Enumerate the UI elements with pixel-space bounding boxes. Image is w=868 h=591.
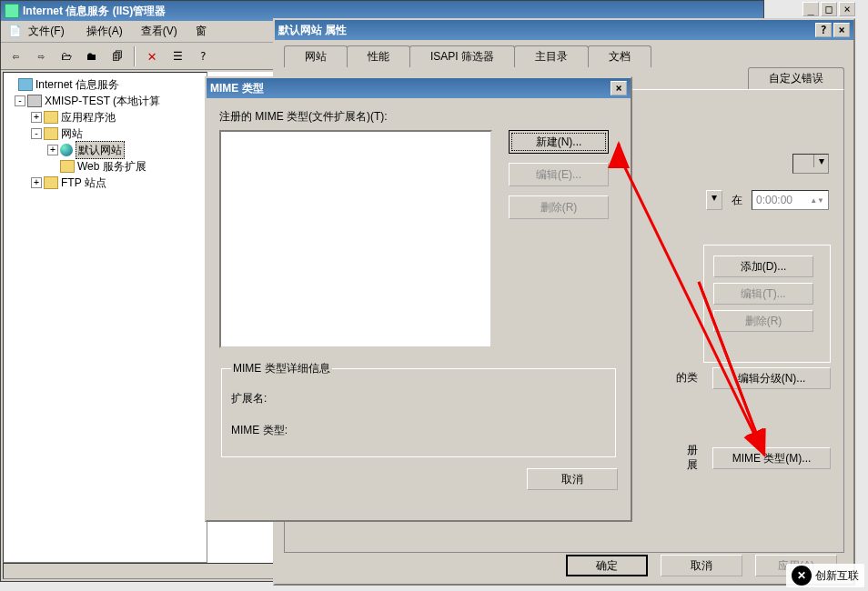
- mime-types-dialog: MIME 类型 × 注册的 MIME 类型(文件扩展名)(T): 新建(N)..…: [205, 76, 632, 522]
- mime-listbox[interactable]: [219, 130, 492, 348]
- menu-action[interactable]: 操作(A): [83, 22, 126, 41]
- close-button[interactable]: ×: [833, 23, 850, 37]
- bg-min-button[interactable]: _: [802, 2, 819, 16]
- menu-view[interactable]: 查看(V): [137, 22, 181, 41]
- tree-root[interactable]: Internet 信息服务: [5, 76, 205, 93]
- registered-label: 注册的 MIME 类型(文件扩展名)(T):: [219, 109, 618, 125]
- up-button[interactable]: 🗁: [56, 45, 77, 67]
- cancel-button[interactable]: 取消: [527, 468, 618, 490]
- toolbar-separator: [134, 46, 136, 66]
- details-legend: MIME 类型详细信息: [231, 361, 332, 376]
- label-at: 在: [732, 193, 742, 208]
- details-group: MIME 类型详细信息 扩展名: MIME 类型:: [221, 361, 616, 457]
- tree-ftp[interactable]: +FTP 站点: [5, 175, 205, 191]
- editgrade-button[interactable]: 编辑分级(N)...: [712, 367, 831, 389]
- ok-button[interactable]: 确定: [566, 555, 648, 576]
- tab-docs[interactable]: 文档: [588, 45, 651, 67]
- iis-app-icon: [5, 4, 19, 18]
- watermark-text: 创新互联: [815, 568, 859, 584]
- combo-arrow[interactable]: ▾: [706, 190, 722, 210]
- props-titlebar: 默认网站 属性 ? ×: [275, 20, 853, 40]
- mimetype-label: MIME 类型:: [231, 423, 606, 438]
- edit-button[interactable]: 编辑(E)...: [509, 163, 609, 186]
- properties-button[interactable]: ☰: [167, 45, 188, 67]
- iis-title: Internet 信息服务 (IIS)管理器: [23, 4, 166, 19]
- tab-custerr[interactable]: 自定义错误: [748, 67, 844, 89]
- add-button[interactable]: 添加(D)...: [713, 255, 813, 277]
- menu-window[interactable]: 窗: [192, 22, 210, 41]
- folder-icon: [60, 160, 75, 173]
- tree-webext[interactable]: Web 服务扩展: [5, 158, 205, 175]
- edit-button[interactable]: 编辑(T)...: [713, 283, 813, 305]
- mimetypes-button[interactable]: MIME 类型(M)...: [712, 447, 831, 469]
- mime-titlebar: MIME 类型 ×: [207, 78, 631, 98]
- tab-isapi[interactable]: ISAPI 筛选器: [409, 45, 515, 67]
- new-button[interactable]: 新建(N)...: [509, 130, 609, 154]
- delete-button[interactable]: 删除(R): [713, 310, 813, 332]
- refresh-button[interactable]: 🗐: [106, 45, 128, 67]
- service-icon: [18, 78, 33, 91]
- folder-icon: [44, 111, 58, 124]
- folder-icon: [44, 127, 58, 140]
- globe-icon: [60, 144, 73, 156]
- tree-server[interactable]: -XMISP-TEST (本地计算: [5, 93, 205, 109]
- bg-close-button[interactable]: ×: [839, 2, 855, 16]
- computer-icon: [27, 95, 42, 107]
- tab-strip-1: 网站 性能 ISAPI 筛选器 主目录 文档: [275, 40, 853, 67]
- delete-button[interactable]: ✕: [141, 45, 163, 67]
- tree-sites[interactable]: -网站: [5, 125, 205, 142]
- watermark-badge-icon: ✕: [792, 566, 812, 586]
- tree-default-site[interactable]: +默认网站: [5, 142, 205, 158]
- help-button[interactable]: ?: [192, 45, 214, 67]
- tab-perf[interactable]: 性能: [347, 45, 410, 67]
- cancel-button[interactable]: 取消: [661, 555, 742, 576]
- help-button[interactable]: ?: [815, 23, 832, 37]
- tree-apppools[interactable]: +应用程序池: [5, 109, 205, 125]
- label-ext: 展: [687, 457, 698, 472]
- tab-site[interactable]: 网站: [284, 45, 348, 67]
- show-button[interactable]: 🖿: [81, 45, 103, 67]
- back-button[interactable]: ⇦: [5, 45, 26, 67]
- time-field[interactable]: 0:00:00▲▼: [752, 190, 829, 210]
- close-button[interactable]: ×: [611, 81, 627, 95]
- bg-max-button[interactable]: □: [821, 2, 837, 16]
- forward-button[interactable]: ⇨: [30, 45, 52, 67]
- mime-title: MIME 类型: [210, 81, 264, 96]
- tab-home[interactable]: 主目录: [514, 45, 589, 67]
- menu-file[interactable]: 📄 文件(F): [5, 22, 72, 41]
- watermark: ✕ 创新互联: [786, 564, 864, 587]
- tree-panel[interactable]: Internet 信息服务 -XMISP-TEST (本地计算 +应用程序池 -…: [3, 72, 207, 563]
- dropdown-partial[interactable]: ▾: [792, 154, 829, 174]
- props-title: 默认网站 属性: [278, 23, 347, 38]
- label-reg: 册: [687, 443, 698, 457]
- label-kind: 的类: [676, 370, 698, 386]
- ext-label: 扩展名:: [231, 391, 606, 406]
- folder-icon: [44, 176, 58, 189]
- delete-button[interactable]: 删除(R): [509, 195, 609, 219]
